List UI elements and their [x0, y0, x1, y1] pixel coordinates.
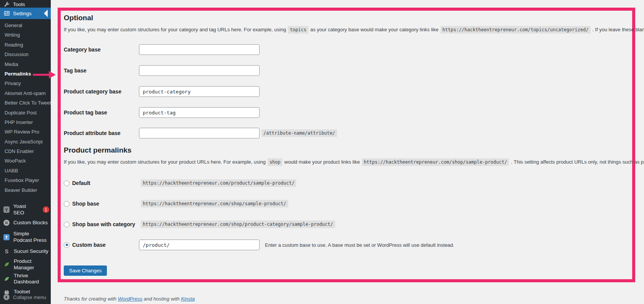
- custom-base-option-row: Custom base Enter a custom base to use. …: [64, 240, 454, 250]
- tag-base-row: Tag base: [64, 65, 260, 76]
- yoast-seo-icon: Y: [3, 206, 10, 213]
- collapse-arrow-icon: [3, 294, 10, 300]
- shop-code: shop: [268, 158, 282, 166]
- category-example-url-code: https://hacktheentrepreneur.com/topics/u…: [441, 26, 591, 34]
- sidebar-item-simple-podcast-press[interactable]: Simple Podcast Press: [0, 229, 51, 246]
- tag-base-input[interactable]: [139, 65, 260, 76]
- sidebar-item-discussion[interactable]: Discussion: [0, 50, 51, 59]
- product-category-base-input[interactable]: [139, 86, 260, 97]
- sidebar-item-media[interactable]: Media: [0, 60, 51, 69]
- collapse-menu-button[interactable]: Collapse menu: [0, 292, 51, 302]
- product-tag-base-input[interactable]: [139, 107, 260, 118]
- sidebar-item-reading[interactable]: Reading: [0, 40, 51, 50]
- custom-base-input[interactable]: [139, 240, 260, 250]
- custom-blocks-icon: G: [3, 220, 10, 226]
- shop-base-option-label: Shop base: [72, 201, 139, 207]
- sidebar-item-label: Settings: [13, 11, 32, 16]
- category-base-row: Category base: [64, 44, 260, 55]
- save-changes-button[interactable]: Save Changes: [64, 265, 107, 276]
- footer-credits: Thanks for creating with WordPress and h…: [64, 296, 195, 302]
- admin-sidebar: Tools Settings General Writing Reading D…: [0, 0, 51, 304]
- sidebar-item-wp-review-pro[interactable]: WP Review Pro: [0, 127, 51, 137]
- sidebar-item-woopack[interactable]: WooPack: [0, 156, 51, 166]
- product-attribute-base-row: Product attribute base /attribute-name/a…: [64, 128, 339, 138]
- tag-base-label: Tag base: [64, 68, 139, 74]
- sidebar-item-php-inserter[interactable]: PHP Inserter: [0, 117, 51, 127]
- product-tag-base-label: Product tag base: [64, 109, 139, 116]
- sidebar-item-beaver-builder[interactable]: Beaver Builder: [0, 185, 51, 195]
- shop-base-with-category-radio[interactable]: [64, 222, 69, 227]
- sidebar-item-tools[interactable]: Tools: [0, 0, 51, 8]
- shop-base-example-url: https://hacktheentrepreneur.com/shop/sam…: [141, 200, 288, 207]
- shop-base-with-category-option-label: Shop base with category: [72, 221, 139, 227]
- product-manager-leaf-icon: [3, 261, 10, 268]
- simple-podcast-press-icon: [3, 234, 10, 240]
- sidebar-item-sucuri-security[interactable]: S Sucuri Security: [0, 246, 51, 257]
- custom-base-help-text: Enter a custom base to use. A base must …: [265, 242, 454, 248]
- sucuri-security-icon: S: [3, 248, 10, 255]
- custom-base-option-label: Custom base: [72, 242, 139, 248]
- sidebar-item-duplicate-post[interactable]: Duplicate Post: [0, 108, 51, 117]
- thrive-dashboard-leaf-icon: [3, 276, 10, 282]
- wrench-icon: [3, 1, 10, 8]
- settings-submenu: General Writing Reading Discussion Media…: [0, 21, 51, 195]
- sidebar-item-general[interactable]: General: [0, 21, 51, 30]
- product-permalinks-section-title: Product permalinks: [64, 146, 131, 154]
- product-permalinks-description: If you like, you may enter custom struct…: [64, 159, 644, 165]
- permalinks-annotation-arrow: [32, 71, 56, 79]
- shop-base-with-category-option-row: Shop base with category https://hackthee…: [64, 219, 337, 230]
- sidebar-item-writing[interactable]: Writing: [0, 30, 51, 40]
- default-example-url: https://hacktheentrepreneur.com/product/…: [141, 179, 296, 187]
- shop-base-radio[interactable]: [64, 201, 69, 207]
- current-menu-pointer: [44, 10, 48, 17]
- sidebar-item-uabb[interactable]: UABB: [0, 166, 51, 175]
- sidebar-item-product-manager[interactable]: Product Manager: [0, 257, 51, 272]
- product-attribute-base-input[interactable]: [139, 128, 260, 138]
- product-category-base-label: Product category base: [64, 88, 139, 95]
- product-category-base-row: Product category base: [64, 86, 260, 97]
- sidebar-item-thrive-dashboard[interactable]: Thrive Dashboard: [0, 272, 51, 286]
- category-base-input[interactable]: [139, 44, 260, 55]
- kinsta-link[interactable]: Kinsta: [181, 296, 195, 302]
- default-radio[interactable]: [64, 180, 69, 186]
- topics-code: topics: [288, 26, 308, 34]
- product-example-url-code: https://hacktheentrepreneur.com/shop/sam…: [362, 158, 509, 166]
- default-option-row: Default https://hacktheentrepreneur.com/…: [64, 178, 298, 188]
- default-option-label: Default: [72, 180, 139, 186]
- shop-base-with-category-example-url: https://hacktheentrepreneur.com/shop/pro…: [141, 220, 335, 228]
- optional-section-title: Optional: [64, 14, 93, 22]
- sidebar-item-cdn-enabler[interactable]: CDN Enabler: [0, 146, 51, 156]
- custom-base-radio[interactable]: [64, 242, 69, 248]
- product-tag-base-row: Product tag base: [64, 107, 260, 118]
- sidebar-item-yoast-seo[interactable]: Y Yoast SEO 1: [0, 203, 51, 217]
- sidebar-item-fusebox-player[interactable]: Fusebox Player: [0, 175, 51, 185]
- sidebar-item-label: Tools: [13, 2, 25, 7]
- sidebar-item-better-click-to-tweet[interactable]: Better Click To Tweet: [0, 98, 51, 108]
- plugin-menu: Y Yoast SEO 1 G Custom Blocks Simple Pod…: [0, 203, 51, 298]
- sidebar-item-async-javascript[interactable]: Async JavaScript: [0, 137, 51, 146]
- shop-base-option-row: Shop base https://hacktheentrepreneur.co…: [64, 198, 290, 209]
- sidebar-item-settings[interactable]: Settings: [0, 8, 51, 19]
- optional-description: If you like, you may enter custom struct…: [64, 27, 644, 32]
- sidebar-item-akismet[interactable]: Akismet Anti-spam: [0, 88, 51, 98]
- sidebar-item-custom-blocks[interactable]: G Custom Blocks: [0, 217, 51, 229]
- settings-icon: [3, 10, 10, 17]
- attribute-base-suffix-code: /attribute-name/attribute/: [261, 129, 337, 137]
- category-base-label: Category base: [64, 47, 139, 53]
- sidebar-item-privacy[interactable]: Privacy: [0, 79, 51, 88]
- wordpress-link[interactable]: WordPress: [118, 296, 142, 302]
- notification-badge: 1: [43, 206, 49, 213]
- product-attribute-base-label: Product attribute base: [64, 130, 139, 136]
